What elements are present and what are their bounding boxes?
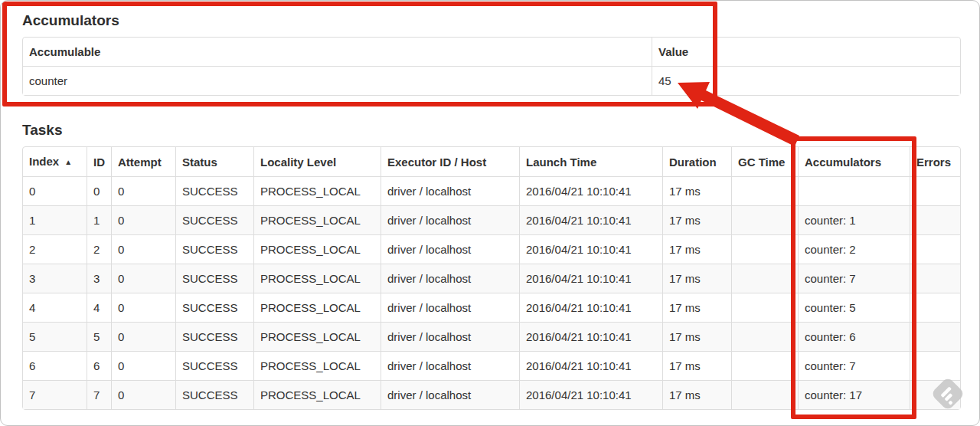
cell-gc-time — [731, 264, 798, 293]
task-row: 6 6 0 SUCCESS PROCESS_LOCAL driver / loc… — [23, 351, 960, 380]
cell-errors — [910, 264, 960, 293]
skitch-watermark-icon — [930, 376, 965, 411]
task-row: 1 1 0 SUCCESS PROCESS_LOCAL driver / loc… — [23, 205, 960, 234]
cell-value: 45 — [652, 66, 960, 95]
page-content: Accumulators Accumulable Value counter 4… — [1, 11, 979, 410]
tasks-table-body: 0 0 0 SUCCESS PROCESS_LOCAL driver / loc… — [23, 176, 960, 409]
cell-id: 0 — [87, 176, 111, 205]
status-column-header[interactable]: Status — [175, 147, 253, 176]
cell-gc-time — [731, 293, 798, 322]
tasks-section-title: Tasks — [22, 121, 958, 139]
cell-attempt: 0 — [111, 380, 175, 409]
cell-status: SUCCESS — [175, 264, 253, 293]
cell-locality-level: PROCESS_LOCAL — [253, 380, 381, 409]
gc-time-column-header[interactable]: GC Time — [731, 147, 798, 176]
cell-attempt: 0 — [111, 351, 175, 380]
cell-locality-level: PROCESS_LOCAL — [253, 205, 381, 234]
cell-locality-level: PROCESS_LOCAL — [253, 264, 381, 293]
cell-duration: 17 ms — [662, 176, 731, 205]
cell-index: 4 — [23, 293, 87, 322]
cell-gc-time — [731, 205, 798, 234]
cell-status: SUCCESS — [175, 351, 253, 380]
spark-ui-page: Accumulators Accumulable Value counter 4… — [0, 0, 980, 426]
index-column-header[interactable]: Index▲ — [23, 147, 87, 176]
tasks-table-header: Index▲ ID Attempt Status Locality Level … — [23, 147, 960, 176]
cell-duration: 17 ms — [662, 205, 731, 234]
cell-index: 0 — [23, 176, 87, 205]
cell-id: 6 — [87, 351, 111, 380]
cell-id: 3 — [87, 264, 111, 293]
cell-launch-time: 2016/04/21 10:10:41 — [519, 234, 662, 264]
cell-id: 5 — [87, 322, 111, 351]
executor-column-header[interactable]: Executor ID / Host — [381, 147, 519, 176]
cell-locality-level: PROCESS_LOCAL — [253, 293, 381, 322]
duration-column-header[interactable]: Duration — [662, 147, 731, 176]
cell-index: 2 — [23, 234, 87, 264]
task-row: 2 2 0 SUCCESS PROCESS_LOCAL driver / loc… — [23, 234, 960, 264]
cell-attempt: 0 — [111, 264, 175, 293]
cell-duration: 17 ms — [662, 351, 731, 380]
cell-executor: driver / localhost — [381, 205, 519, 234]
cell-status: SUCCESS — [175, 293, 253, 322]
cell-accumulators — [798, 176, 910, 205]
cell-errors — [910, 176, 960, 205]
cell-executor: driver / localhost — [381, 234, 519, 264]
task-row: 5 5 0 SUCCESS PROCESS_LOCAL driver / loc… — [23, 322, 960, 351]
cell-id: 4 — [87, 293, 111, 322]
cell-launch-time: 2016/04/21 10:10:41 — [519, 176, 662, 205]
cell-duration: 17 ms — [662, 293, 731, 322]
cell-executor: driver / localhost — [381, 351, 519, 380]
locality-level-column-header[interactable]: Locality Level — [253, 147, 381, 176]
cell-accumulators: counter: 2 — [798, 234, 910, 264]
task-row: 0 0 0 SUCCESS PROCESS_LOCAL driver / loc… — [23, 176, 960, 205]
cell-locality-level: PROCESS_LOCAL — [253, 176, 381, 205]
accumulators-section-title: Accumulators — [22, 11, 958, 30]
id-column-header[interactable]: ID — [87, 147, 111, 176]
errors-column-header[interactable]: Errors — [910, 147, 960, 176]
cell-accumulators: counter: 1 — [798, 205, 910, 234]
accumulable-column-header[interactable]: Accumulable — [23, 38, 652, 66]
cell-accumulators: counter: 7 — [798, 351, 910, 380]
cell-gc-time — [731, 176, 798, 205]
cell-attempt: 0 — [111, 205, 175, 234]
attempt-column-header[interactable]: Attempt — [111, 147, 175, 176]
cell-launch-time: 2016/04/21 10:10:41 — [519, 264, 662, 293]
cell-id: 7 — [87, 380, 111, 409]
accumulators-table-header: Accumulable Value — [23, 38, 960, 66]
cell-locality-level: PROCESS_LOCAL — [253, 322, 381, 351]
cell-launch-time: 2016/04/21 10:10:41 — [519, 205, 662, 234]
cell-errors — [910, 322, 960, 351]
cell-duration: 17 ms — [662, 234, 731, 264]
launch-time-column-header[interactable]: Launch Time — [519, 147, 662, 176]
cell-accumulable: counter — [23, 66, 652, 95]
cell-executor: driver / localhost — [381, 293, 519, 322]
cell-launch-time: 2016/04/21 10:10:41 — [519, 293, 662, 322]
cell-locality-level: PROCESS_LOCAL — [253, 351, 381, 380]
cell-index: 6 — [23, 351, 87, 380]
cell-status: SUCCESS — [175, 176, 253, 205]
accumulators-table-body: counter 45 — [23, 66, 960, 95]
cell-status: SUCCESS — [175, 234, 253, 264]
value-column-header[interactable]: Value — [652, 38, 960, 66]
cell-gc-time — [731, 322, 798, 351]
task-row: 4 4 0 SUCCESS PROCESS_LOCAL driver / loc… — [23, 293, 960, 322]
cell-status: SUCCESS — [175, 205, 253, 234]
cell-attempt: 0 — [111, 293, 175, 322]
cell-gc-time — [731, 380, 798, 409]
index-header-label: Index — [29, 155, 59, 168]
accumulator-row: counter 45 — [23, 66, 960, 95]
cell-executor: driver / localhost — [381, 264, 519, 293]
accumulators-column-header[interactable]: Accumulators — [798, 147, 910, 176]
cell-id: 2 — [87, 234, 111, 264]
accumulators-table: Accumulable Value counter 45 — [22, 37, 961, 96]
cell-errors — [910, 293, 960, 322]
cell-index: 1 — [23, 205, 87, 234]
cell-gc-time — [731, 234, 798, 264]
cell-accumulators: counter: 5 — [798, 293, 910, 322]
cell-launch-time: 2016/04/21 10:10:41 — [519, 322, 662, 351]
cell-locality-level: PROCESS_LOCAL — [253, 234, 381, 264]
cell-accumulators: counter: 6 — [798, 322, 910, 351]
cell-index: 7 — [23, 380, 87, 409]
cell-duration: 17 ms — [662, 380, 731, 409]
cell-executor: driver / localhost — [381, 176, 519, 205]
